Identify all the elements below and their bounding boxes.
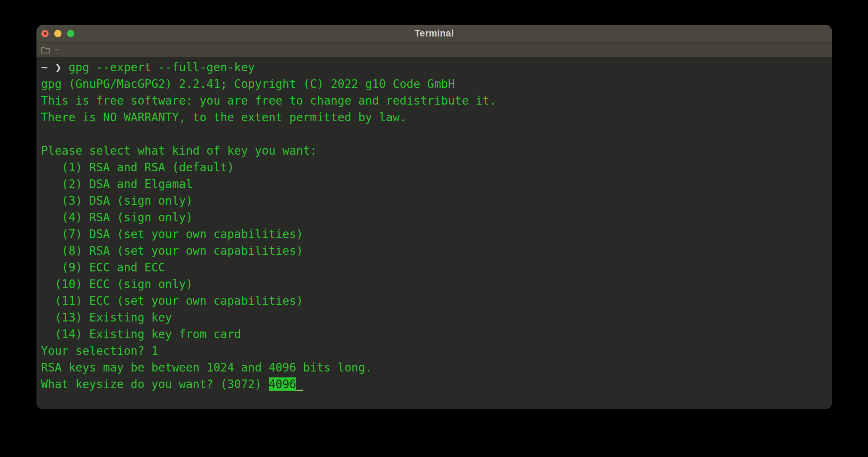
terminal-text: (11) ECC (set your own capabilities) <box>41 294 303 308</box>
terminal-line: (8) RSA (set your own capabilities) <box>41 243 827 259</box>
title-bar[interactable]: Terminal <box>36 25 832 42</box>
tab-bar[interactable]: ~ <box>36 42 832 57</box>
terminal-output[interactable]: ~ ❯ gpg --expert --full-gen-keygpg (GnuP… <box>36 57 832 409</box>
terminal-line: What keysize do you want? (3072) 4096_ <box>41 376 827 393</box>
terminal-text: (9) ECC and ECC <box>41 261 165 274</box>
terminal-line: ~ ❯ gpg --expert --full-gen-key <box>41 59 827 76</box>
terminal-text: Please select what kind of key you want: <box>41 144 317 157</box>
terminal-line: gpg (GnuPG/MacGPG2) 2.2.41; Copyright (C… <box>41 76 827 92</box>
window-title: Terminal <box>36 28 832 39</box>
terminal-line: Your selection? 1 <box>41 343 827 359</box>
terminal-line <box>41 126 827 142</box>
terminal-line: (3) DSA (sign only) <box>41 193 827 209</box>
terminal-text: (3) DSA (sign only) <box>41 194 193 207</box>
terminal-text: (14) Existing key from card <box>41 327 241 341</box>
terminal-text: (8) RSA (set your own capabilities) <box>41 244 303 258</box>
terminal-line: (10) ECC (sign only) <box>41 276 827 293</box>
terminal-text: This is free software: you are free to c… <box>41 94 496 107</box>
terminal-window: Terminal ~ ~ ❯ gpg --expert --full-gen-k… <box>36 25 832 409</box>
terminal-line: (1) RSA and RSA (default) <box>41 159 827 176</box>
terminal-line: (4) RSA (sign only) <box>41 209 827 226</box>
terminal-line: (13) Existing key <box>41 309 827 326</box>
terminal-text: There is NO WARRANTY, to the extent perm… <box>41 111 407 124</box>
terminal-text: (13) Existing key <box>41 311 172 324</box>
terminal-line: (14) Existing key from card <box>41 326 827 343</box>
tab-label: ~ <box>54 46 60 54</box>
terminal-line: (11) ECC (set your own capabilities) <box>41 293 827 309</box>
terminal-text: Your selection? 1 <box>41 344 158 358</box>
terminal-text: gpg (GnuPG/MacGPG2) 2.2.41; Copyright (C… <box>41 77 455 91</box>
terminal-text: gpg --expert --full-gen-key <box>68 60 254 74</box>
terminal-text: RSA keys may be between 1024 and 4096 bi… <box>41 361 372 374</box>
terminal-text: (7) DSA (set your own capabilities) <box>41 227 303 241</box>
terminal-line: Please select what kind of key you want: <box>41 142 827 159</box>
terminal-line: (2) DSA and Elgamal <box>41 176 827 193</box>
terminal-text: What keysize do you want? (3072) <box>41 377 269 391</box>
terminal-line: (9) ECC and ECC <box>41 259 827 276</box>
terminal-text: (1) RSA and RSA (default) <box>41 161 234 174</box>
terminal-text: (2) DSA and Elgamal <box>41 177 193 191</box>
terminal-line: This is free software: you are free to c… <box>41 92 827 109</box>
terminal-cursor: _ <box>296 377 303 391</box>
terminal-line: (7) DSA (set your own capabilities) <box>41 226 827 243</box>
folder-icon <box>41 46 50 54</box>
selected-input-text: 4096 <box>269 377 296 391</box>
terminal-line: RSA keys may be between 1024 and 4096 bi… <box>41 359 827 376</box>
shell-prompt: ~ ❯ <box>41 60 68 74</box>
terminal-text: (4) RSA (sign only) <box>41 211 193 224</box>
terminal-line: There is NO WARRANTY, to the extent perm… <box>41 109 827 126</box>
terminal-text: (10) ECC (sign only) <box>41 277 193 291</box>
